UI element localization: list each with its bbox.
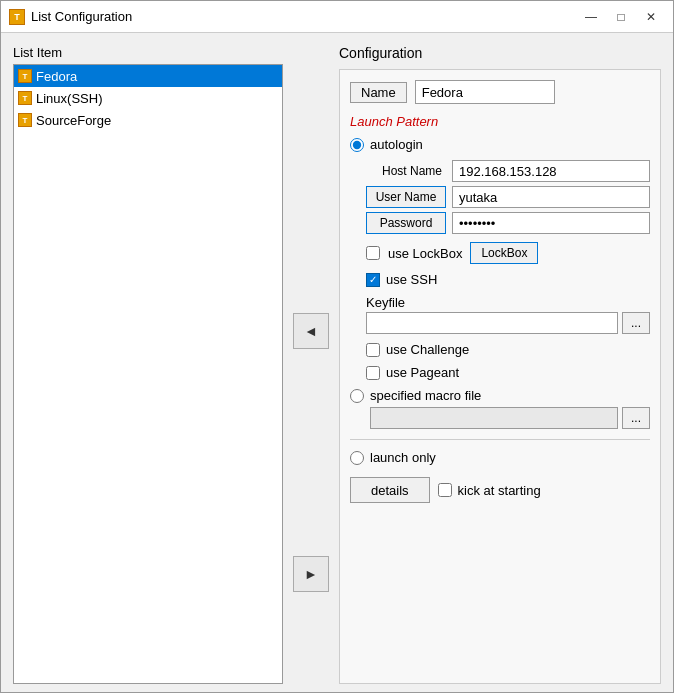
- left-panel: List Item T Fedora T Linux(SSH) T Source…: [1, 33, 291, 692]
- macro-input-row: ...: [350, 407, 650, 429]
- macro-input[interactable]: [370, 407, 618, 429]
- specified-macro-label: specified macro file: [370, 388, 481, 403]
- kick-row: kick at starting: [438, 483, 541, 498]
- name-input[interactable]: [415, 80, 555, 104]
- username-input[interactable]: [452, 186, 650, 208]
- bottom-row: details kick at starting: [350, 477, 650, 503]
- use-challenge-label: use Challenge: [386, 342, 469, 357]
- use-ssh-checkbox[interactable]: ✓: [366, 273, 380, 287]
- kick-label: kick at starting: [458, 483, 541, 498]
- lockbox-button[interactable]: LockBox: [470, 242, 538, 264]
- maximize-button[interactable]: □: [607, 7, 635, 27]
- close-button[interactable]: ✕: [637, 7, 665, 27]
- list-item-label-linux: Linux(SSH): [36, 91, 102, 106]
- use-lockbox-label: use LockBox: [388, 246, 462, 261]
- list-item-label-sourceforge: SourceForge: [36, 113, 111, 128]
- password-row: Password: [366, 212, 650, 234]
- password-button[interactable]: Password: [366, 212, 446, 234]
- config-section-label: Configuration: [339, 45, 661, 61]
- middle-arrows: ◄ ►: [291, 33, 331, 692]
- autologin-label: autologin: [370, 137, 423, 152]
- title-bar-left: T List Configuration: [9, 9, 132, 25]
- use-pageant-label: use Pageant: [386, 365, 459, 380]
- right-arrow-button[interactable]: ►: [293, 556, 329, 592]
- use-ssh-label: use SSH: [386, 272, 437, 287]
- list-item-section-label: List Item: [13, 45, 283, 60]
- launch-only-row: launch only: [350, 450, 650, 465]
- keyfile-row: ...: [366, 312, 650, 334]
- config-box: Name Launch Pattern autologin Host Name: [339, 69, 661, 684]
- fields-grid: Host Name User Name Password: [350, 160, 650, 234]
- macro-browse-button[interactable]: ...: [622, 407, 650, 429]
- kick-checkbox[interactable]: [438, 483, 452, 497]
- window-icon: T: [9, 9, 25, 25]
- divider: [350, 439, 650, 440]
- hostname-label: Host Name: [366, 164, 446, 178]
- minimize-button[interactable]: —: [577, 7, 605, 27]
- hostname-input[interactable]: [452, 160, 650, 182]
- main-window: T List Configuration — □ ✕ List Item T F…: [0, 0, 674, 693]
- name-tab[interactable]: Name: [350, 82, 407, 103]
- use-pageant-checkbox[interactable]: [366, 366, 380, 380]
- password-input[interactable]: [452, 212, 650, 234]
- macro-section: specified macro file ...: [350, 388, 650, 429]
- list-item-icon: T: [18, 113, 32, 127]
- launch-only-label: launch only: [370, 450, 436, 465]
- details-button[interactable]: details: [350, 477, 430, 503]
- macro-radio[interactable]: [350, 389, 364, 403]
- name-row: Name: [350, 80, 650, 104]
- launch-pattern-label: Launch Pattern: [350, 114, 650, 129]
- list-item[interactable]: T Linux(SSH): [14, 87, 282, 109]
- list-item[interactable]: T SourceForge: [14, 109, 282, 131]
- content-area: List Item T Fedora T Linux(SSH) T Source…: [1, 33, 673, 692]
- title-bar: T List Configuration — □ ✕: [1, 1, 673, 33]
- list-container[interactable]: T Fedora T Linux(SSH) T SourceForge: [13, 64, 283, 684]
- list-item-label-fedora: Fedora: [36, 69, 77, 84]
- keyfile-label: Keyfile: [366, 295, 650, 310]
- use-ssh-row: ✓ use SSH: [350, 272, 650, 287]
- launch-only-radio[interactable]: [350, 451, 364, 465]
- list-item-icon: T: [18, 69, 32, 83]
- username-row: User Name: [366, 186, 650, 208]
- use-challenge-row: use Challenge: [350, 342, 650, 357]
- keyfile-section: Keyfile ...: [350, 295, 650, 334]
- title-bar-controls: — □ ✕: [577, 7, 665, 27]
- autologin-radio[interactable]: [350, 138, 364, 152]
- keyfile-input[interactable]: [366, 312, 618, 334]
- autologin-row: autologin: [350, 137, 650, 152]
- window-title: List Configuration: [31, 9, 132, 24]
- list-item-icon: T: [18, 91, 32, 105]
- lockbox-row: use LockBox LockBox: [350, 242, 650, 264]
- use-lockbox-checkbox[interactable]: [366, 246, 380, 260]
- use-pageant-row: use Pageant: [350, 365, 650, 380]
- left-arrow-button[interactable]: ◄: [293, 313, 329, 349]
- list-item[interactable]: T Fedora: [14, 65, 282, 87]
- right-panel: Configuration Name Launch Pattern autolo…: [331, 33, 673, 692]
- keyfile-browse-button[interactable]: ...: [622, 312, 650, 334]
- macro-radio-row: specified macro file: [350, 388, 650, 403]
- hostname-row: Host Name: [366, 160, 650, 182]
- use-challenge-checkbox[interactable]: [366, 343, 380, 357]
- username-button[interactable]: User Name: [366, 186, 446, 208]
